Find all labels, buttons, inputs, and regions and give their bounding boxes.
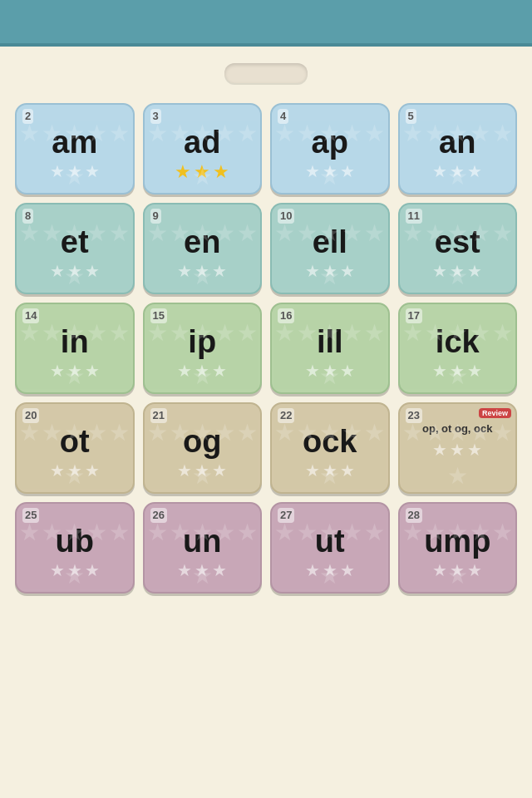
lesson-word-17: ick [436, 326, 480, 357]
lesson-word-22: ock [303, 426, 357, 457]
review-subtext-23: op, ot og, ock [422, 422, 493, 436]
lesson-word-8: et [61, 226, 89, 258]
lesson-tile-11[interactable]: ★★★★★★11est★★★ [398, 203, 518, 294]
star-1: ★ [432, 362, 447, 379]
stars-row-8: ★★★ [50, 263, 100, 279]
star-3: ★ [467, 441, 482, 458]
lesson-word-21: og [183, 426, 221, 457]
lesson-tile-10[interactable]: ★★★★★★10ell★★★ [270, 203, 390, 294]
star-2: ★ [323, 562, 337, 579]
main-content: ★★★★★★2am★★★★★★★★★3ad★★★★★★★★★4ap★★★★★★★… [0, 47, 532, 602]
star-3: ★ [340, 263, 355, 279]
stars-row-10: ★★★ [305, 263, 355, 279]
lesson-tile-28[interactable]: ★★★★★★28ump★★★ [398, 502, 518, 594]
making-words-container [8, 63, 524, 86]
lesson-tile-14[interactable]: ★★★★★★14in★★★ [15, 303, 135, 394]
star-1: ★ [432, 562, 447, 579]
lesson-number-28: 28 [406, 508, 422, 523]
stars-row-16: ★★★ [305, 362, 355, 379]
star-1: ★ [50, 562, 65, 579]
lesson-number-15: 15 [150, 308, 167, 323]
stars-row-3: ★★★ [175, 163, 229, 181]
lesson-number-26: 26 [150, 508, 167, 523]
lesson-tile-21[interactable]: ★★★★★★21og★★★ [143, 402, 263, 494]
star-2: ★ [67, 362, 82, 379]
lesson-number-9: 9 [150, 209, 161, 224]
star-3: ★ [85, 163, 100, 180]
star-2: ★ [67, 562, 82, 579]
star-1: ★ [50, 462, 65, 479]
stars-row-22: ★★★ [305, 462, 355, 479]
lesson-number-8: 8 [22, 209, 33, 224]
star-2: ★ [323, 462, 337, 479]
star-3: ★ [340, 562, 355, 579]
star-2: ★ [450, 163, 465, 180]
lesson-number-25: 25 [22, 508, 39, 523]
lesson-word-26: un [183, 525, 221, 557]
lesson-number-16: 16 [278, 308, 294, 323]
stars-row-20: ★★★ [50, 462, 100, 479]
lesson-tile-26[interactable]: ★★★★★★26un★★★ [143, 502, 263, 594]
lesson-tile-27[interactable]: ★★★★★★27ut★★★ [270, 502, 390, 594]
lesson-tile-15[interactable]: ★★★★★★15ip★★★ [143, 303, 263, 394]
star-3: ★ [85, 562, 100, 579]
star-1: ★ [305, 462, 320, 479]
star-3: ★ [340, 462, 355, 479]
star-3: ★ [467, 163, 482, 180]
stars-row-4: ★★★ [305, 163, 355, 180]
lesson-tile-17[interactable]: ★★★★★★17ick★★★ [398, 303, 518, 394]
star-2: ★ [195, 362, 209, 379]
stars-row-25: ★★★ [50, 562, 100, 579]
stars-row-26: ★★★ [177, 562, 227, 579]
stars-row-14: ★★★ [50, 362, 100, 379]
stars-row-17: ★★★ [432, 362, 482, 379]
lesson-tile-2[interactable]: ★★★★★★2am★★★ [15, 103, 135, 195]
star-3: ★ [85, 462, 100, 479]
star-3: ★ [467, 362, 482, 379]
lesson-word-10: ell [313, 226, 347, 258]
lesson-tile-22[interactable]: ★★★★★★22ock★★★ [270, 402, 390, 494]
lesson-tile-16[interactable]: ★★★★★★16ill★★★ [270, 303, 390, 394]
lesson-tile-8[interactable]: ★★★★★★8et★★★ [15, 203, 135, 294]
stars-row-11: ★★★ [432, 263, 482, 279]
lesson-tile-4[interactable]: ★★★★★★4ap★★★ [270, 103, 390, 195]
star-1: ★ [305, 163, 320, 180]
star-3: ★ [340, 362, 355, 379]
star-1: ★ [50, 163, 65, 180]
star-2: ★ [67, 462, 82, 479]
lesson-tile-23[interactable]: ★★★★★★23Reviewop, ot og, ock★★★ [398, 402, 518, 494]
lesson-number-20: 20 [22, 408, 39, 423]
star-3: ★ [212, 462, 227, 479]
star-2: ★ [450, 362, 465, 379]
star-3: ★ [212, 263, 227, 279]
star-2: ★ [450, 441, 465, 458]
lesson-word-25: ub [56, 525, 94, 557]
star-2: ★ [450, 562, 465, 579]
star-2: ★ [67, 263, 82, 279]
star-1: ★ [50, 263, 65, 279]
lesson-word-11: est [435, 226, 480, 258]
lesson-tile-5[interactable]: ★★★★★★5an★★★ [398, 103, 518, 195]
lesson-tile-25[interactable]: ★★★★★★25ub★★★ [15, 502, 135, 594]
lesson-word-2: am [52, 126, 97, 158]
star-1: ★ [305, 562, 320, 579]
lesson-grid: ★★★★★★2am★★★★★★★★★3ad★★★★★★★★★4ap★★★★★★★… [8, 103, 524, 594]
lesson-word-14: in [61, 326, 89, 357]
making-words-label[interactable] [224, 63, 308, 83]
lesson-tile-9[interactable]: ★★★★★★9en★★★ [143, 203, 263, 294]
lesson-word-16: ill [317, 326, 343, 357]
header [0, 0, 532, 47]
lesson-number-4: 4 [278, 109, 288, 124]
star-1: ★ [177, 263, 192, 279]
lesson-number-22: 22 [278, 408, 294, 423]
star-3: ★ [212, 562, 227, 579]
star-2: ★ [323, 263, 337, 279]
stars-row-27: ★★★ [305, 562, 355, 579]
lesson-word-9: en [184, 226, 220, 258]
stars-row-28: ★★★ [432, 562, 482, 579]
lesson-word-5: an [439, 126, 475, 158]
lesson-tile-20[interactable]: ★★★★★★20ot★★★ [15, 402, 135, 494]
lesson-tile-3[interactable]: ★★★★★★3ad★★★ [143, 103, 263, 195]
star-3: ★ [467, 562, 482, 579]
stars-row-15: ★★★ [177, 362, 227, 379]
